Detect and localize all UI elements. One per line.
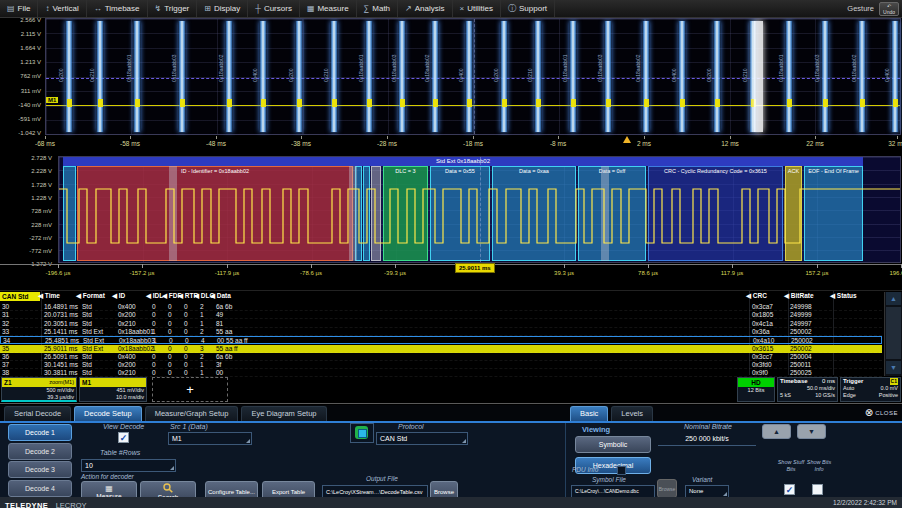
can-burst — [678, 21, 686, 132]
burst-pulse — [135, 99, 140, 107]
undo-button[interactable]: ↶Undo — [879, 2, 899, 16]
table-row[interactable]: 3730.1451 msStd0x20000013f0x3fd0250011 — [0, 361, 882, 369]
tab-basic[interactable]: Basic — [570, 406, 608, 421]
scroll-up-button[interactable]: ▲ — [886, 292, 901, 305]
tab-eye-diagram-setup[interactable]: Eye Diagram Setup — [241, 406, 326, 421]
menu-item-utilities[interactable]: ×Utilities — [453, 0, 501, 17]
trigger-descriptor[interactable]: Trigger C1 Auto 0.0 mV Edge Positive — [840, 377, 901, 402]
timebase-descriptor[interactable]: Timebase 0 ms 50.0 ms/div 5 kS 10 GS/s — [777, 377, 838, 402]
support-icon: ⓘ — [508, 3, 516, 14]
close-button[interactable]: ⊗ CLOSE — [865, 407, 898, 418]
burst-pulse — [860, 99, 865, 107]
menu-item-file[interactable]: ▤File — [0, 0, 38, 17]
menu-item-measure[interactable]: ▦Measure — [300, 0, 357, 17]
x-tick-label: -48 ms — [200, 140, 232, 147]
main-grid-voltage-labels: 2.566 V2.115 V1.664 V1.213 V762 mV311 mV… — [0, 18, 43, 135]
menu-item-cursors[interactable]: ┼Cursors — [248, 0, 300, 17]
zoom-v-label: -772 mV — [29, 248, 52, 254]
menu-item-display[interactable]: ⊞Display — [197, 0, 248, 17]
add-trace-button[interactable]: + — [152, 377, 228, 402]
undo-label: Undo — [883, 9, 895, 15]
view-decode-checkbox[interactable]: ✓ — [118, 432, 129, 443]
main-waveform-grid[interactable]: 0x2000x2100x18aabb010x18aabb030x18aabb02… — [45, 18, 901, 135]
symbol-browse-button[interactable]: Browse — [657, 479, 677, 498]
m1-trace-descriptor[interactable]: M1 451 mV/div 10.0 ms/div — [79, 377, 147, 402]
cell-format: Std Ext — [82, 328, 103, 336]
protocol-label: Protocol — [398, 423, 424, 430]
table-row[interactable]: 3016.4891 msStd0x40000026a 6b0x3ca724999… — [0, 303, 882, 311]
table-row[interactable]: 3525.9011 msStd Ext0x18aabb02100355 aa f… — [0, 345, 882, 353]
source-dropdown[interactable]: M1 — [168, 432, 252, 445]
tab-levels[interactable]: Levels — [611, 406, 653, 421]
column-header-data[interactable]: ◀ Data — [210, 292, 231, 300]
zoom-waveform — [59, 157, 900, 262]
cell-data: 49 — [216, 311, 223, 319]
cell-crc: 0x3cc7 — [752, 353, 773, 361]
burst-pulse — [536, 99, 541, 107]
menu-item-label: Vertical — [52, 4, 78, 13]
protocol-dropdown[interactable]: CAN Std — [376, 432, 468, 445]
menu-item-analysis[interactable]: ↗Analysis — [398, 0, 453, 17]
show-bits-info-checkbox[interactable] — [812, 484, 823, 495]
zoom-axis-baseline — [0, 264, 902, 265]
scroll-down-button[interactable]: ▼ — [886, 361, 901, 374]
zoom-waveform-grid[interactable]: Std Ext 0x18aabb02ID - Identifier = 0x18… — [58, 156, 901, 263]
cell-bitrate: 250002 — [790, 328, 812, 336]
table-scrollbar[interactable]: ▲▼ — [884, 292, 902, 376]
zoom-highlight-region[interactable] — [754, 21, 763, 132]
burst-pulse — [893, 99, 898, 107]
can-burst — [534, 21, 542, 132]
pdu-info-checkbox[interactable] — [617, 466, 626, 475]
table-row[interactable]: 3626.5091 msStd0x40000026a 6b0x3cc725000… — [0, 353, 882, 361]
cell-dlc: 2 — [200, 353, 204, 361]
cell-dlc: 2 — [200, 328, 204, 336]
z1-trace-descriptor[interactable]: Z1 zoom(M1) 500 mV/div 39.3 µs/div — [1, 377, 77, 402]
table-rows-field[interactable]: 10 — [81, 459, 176, 472]
menu-item-vertical[interactable]: ↕Vertical — [38, 0, 86, 17]
main-v-label: 2.115 V — [21, 31, 41, 37]
menu-item-timebase[interactable]: ↔Timebase — [87, 0, 148, 17]
tab-measure-graph-setup[interactable]: Measure/Graph Setup — [145, 406, 239, 421]
decode-result-table[interactable]: CAN Std◀ Time◀ Format◀ ID◀ IDL◀ FDF◀ RTR… — [0, 290, 902, 377]
show-stuff-bits-checkbox[interactable]: ✓ — [784, 484, 795, 495]
output-file-label: Output File — [366, 475, 398, 482]
cell-id: 0x210 — [118, 320, 136, 328]
can-burst — [500, 21, 508, 132]
m1-trace-badge[interactable]: M1 — [46, 97, 58, 103]
burst-id-label: 0x18aabb01 — [358, 24, 364, 82]
menu-item-trigger[interactable]: ↯Trigger — [148, 0, 198, 17]
decode-2-button[interactable]: Decode 2 — [8, 443, 72, 460]
decode-3-button[interactable]: Decode 3 — [8, 461, 72, 478]
hd-mode-badge[interactable]: HD 12 Bits — [737, 377, 775, 402]
column-header-idl[interactable]: ◀ IDL — [146, 292, 163, 300]
bitrate-down-button[interactable]: ▼ — [797, 424, 826, 439]
x-tick — [216, 136, 217, 139]
symbolic-button[interactable]: Symbolic — [575, 436, 651, 453]
panel-divider — [565, 423, 566, 497]
decode-1-button[interactable]: Decode 1 — [8, 424, 72, 441]
burst-pulse — [433, 99, 438, 107]
table-row[interactable]: 3325.1411 msStd Ext0x18aabb01100255 aa0x… — [0, 328, 882, 336]
file-icon: ▤ — [7, 4, 15, 13]
can-burst — [713, 21, 721, 132]
table-protocol-header[interactable]: CAN Std — [0, 292, 40, 301]
measure-icon: ▦ — [307, 4, 315, 13]
scroll-thumb[interactable] — [886, 307, 901, 359]
column-header-status[interactable]: ◀ Status — [830, 292, 857, 300]
action-label: Action for decoder — [81, 473, 134, 480]
table-row[interactable]: 3120.0731 msStd0x2000001490x1805249999 — [0, 311, 882, 319]
column-header-format[interactable]: ◀ Format — [76, 292, 105, 300]
menu-item-label: File — [18, 4, 31, 13]
trigger-title: Trigger — [843, 378, 863, 385]
table-row[interactable]: 3425.4851 msStd Ext0x18aabb03100400 55 a… — [0, 336, 882, 344]
tab-serial-decode[interactable]: Serial Decode — [4, 406, 71, 421]
burst-id-label: 0x200 — [58, 24, 64, 82]
table-row[interactable]: 3220.3051 msStd0x2100001810x4c1a249997 — [0, 320, 882, 328]
column-header-id[interactable]: ◀ ID — [112, 292, 125, 300]
bitrate-up-button[interactable]: ▲ — [762, 424, 791, 439]
menu-item-support[interactable]: ⓘSupport — [501, 0, 555, 17]
bitrate-field[interactable]: 250 000 kbit/s — [658, 433, 756, 446]
menu-item-math[interactable]: ∑Math — [357, 0, 399, 17]
tab-decode-setup[interactable]: Decode Setup — [74, 406, 142, 421]
burst-id-label: 0x400 — [252, 24, 258, 82]
